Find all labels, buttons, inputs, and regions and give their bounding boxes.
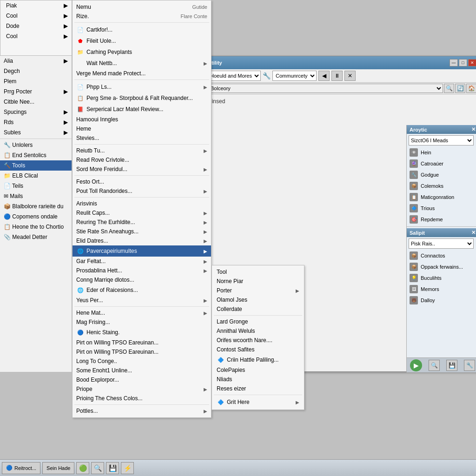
menu-l2-henic[interactable]: 🔵Henic Staing. (73, 327, 211, 338)
taskbar-icon-save[interactable]: 💾 (106, 462, 119, 474)
maximize-button[interactable]: □ (459, 59, 467, 66)
sidebar-blalbolore[interactable]: 📦 Blalbolore rarieite du (0, 201, 72, 212)
menu-l2-pirt[interactable]: Pirt on Willing TPSO Eareuinan... (73, 338, 211, 347)
menu-l1-cool2[interactable]: Cool ▶ (0, 31, 72, 41)
panel1-select[interactable]: SizctO6 l Meads (409, 135, 474, 145)
toolbar-icon[interactable]: 🔧 (263, 72, 271, 79)
menu-l3-grit[interactable]: 🔷 Grit Here ▶ (212, 397, 304, 408)
menu-l3-nliads[interactable]: Nliads (212, 375, 304, 384)
menu-l3-norne[interactable]: Norne Piar (212, 277, 304, 286)
sidebar-heone[interactable]: 📋 Heone the to Chortio (0, 222, 72, 232)
search-button[interactable]: 🔍 (444, 84, 454, 93)
panel2-select[interactable]: Pisk Rais.. (409, 238, 474, 249)
menu-l2-cartkfor[interactable]: 📄Cartkfor!... (73, 24, 211, 35)
search-icon-btn[interactable]: 🔍 (429, 360, 440, 371)
sidebar-end-sent[interactable]: 📋 End Sentolics (0, 150, 72, 160)
panel2-item-conn[interactable]: 📦 Connactos (407, 250, 476, 261)
menu-l2-eder[interactable]: 🌐Eder of Raicesions... (73, 284, 211, 296)
save-icon-btn[interactable]: 💾 (446, 360, 457, 371)
menu-l1-dode[interactable]: Dode ▶ (0, 21, 72, 31)
taskbar-icon-tool[interactable]: ⚡ (121, 462, 134, 474)
taskbar-btn-reitroct[interactable]: 🔵 Reitroct... (2, 462, 40, 474)
sidebar-tools[interactable]: 🔨 Tools (0, 160, 72, 171)
menu-l2-bood[interactable]: Bood Explorpor... (73, 375, 211, 384)
menu-l3-criin[interactable]: 🔷 Criin Hattle Paliling... (212, 354, 304, 365)
menu-l2-wait[interactable]: Wait Nettb... ▶ (73, 58, 211, 69)
sidebar-rds[interactable]: Rds▶ (0, 117, 72, 127)
menu-l2-prioing[interactable]: Prioing The Chess Colos... (73, 394, 211, 403)
home-button[interactable]: 🏠 (466, 84, 476, 93)
panel2-item-mem[interactable]: 🖼 Memors (407, 284, 476, 295)
menu-l2-festo[interactable]: Festo Ort... (73, 177, 211, 186)
menu-l2-some[interactable]: Some Enoht1 Unline... (73, 366, 211, 375)
green-button[interactable]: ▶ (410, 359, 422, 371)
menu-l2-long[interactable]: Long To Conge.. (73, 357, 211, 366)
menu-l2-phpp[interactable]: 📄Phpp Ls... ▶ (73, 81, 211, 93)
menu-l2-perg[interactable]: 📋Perg Sme a- Storpboul & Falt Requander.… (73, 93, 211, 104)
panel2-close[interactable]: ✕ (471, 230, 476, 236)
taskbar-icon-search[interactable]: 🔍 (91, 462, 104, 474)
menu-l3-porter[interactable]: Porter ▶ (212, 286, 304, 295)
back-button[interactable]: ◀ (318, 71, 330, 81)
menu-l3-cole-papies[interactable]: ColePapies (212, 365, 304, 375)
menu-l2-conng[interactable]: Conng Marriqe dlotos... (73, 275, 211, 284)
menu-l2-hamooui[interactable]: Hamooui Inngles (73, 115, 211, 124)
menu-l2-rize[interactable]: Rize. Flare Conte (73, 12, 211, 21)
menu-l3-reses[interactable]: Reses eizer (212, 384, 304, 393)
sidebar-copomens[interactable]: 🔵 Copomens ondale (0, 212, 72, 222)
tool-icon-btn[interactable]: 🔧 (464, 360, 475, 371)
panel1-item-catr[interactable]: 🔮 Catroaúer (407, 158, 476, 169)
menu-l3-coller[interactable]: Collerdate (212, 304, 304, 314)
minimize-button[interactable]: — (450, 59, 458, 66)
sidebar-citble[interactable]: Citble Nee... (0, 97, 72, 107)
menu-l2-fileit[interactable]: ⬟Fileit Uole... (73, 35, 211, 46)
close-button[interactable]: ✕ (468, 59, 476, 66)
search-select[interactable]: Bolceory (207, 84, 443, 93)
sidebar-meadel[interactable]: 📎 Meadel Detter (0, 232, 72, 242)
menu-l2-reulit[interactable]: Reulit Caps... ▶ (73, 208, 211, 218)
panel2-item-buc[interactable]: 💡 Buculihts (407, 272, 476, 284)
menu-l2-lock-tod[interactable]: Pirt on Willing TPSO Eareuinan... (73, 347, 211, 357)
pause-button[interactable]: ⏸ (331, 71, 343, 81)
menu-l2-reiutb[interactable]: Reiutb Tu... ▶ (73, 146, 211, 155)
menu-l2-stevies[interactable]: Stevies... (73, 133, 211, 143)
menu-l2-yeus[interactable]: Yeus Per... ▶ (73, 296, 211, 305)
menu-l3-tool[interactable]: Tool (212, 267, 304, 277)
menu-l2-read[interactable]: Read Rove Crivtole... (73, 155, 211, 165)
menu-l2-nemu[interactable]: Nemu Gutide (73, 2, 211, 12)
menu-l2-gar[interactable]: Gar Feltat... ▶ (73, 257, 211, 266)
menu-l3-contost[interactable]: Contost Safites (212, 345, 304, 354)
sidebar-prrg[interactable]: Prrg Pocter▶ (0, 86, 72, 97)
sidebar-degch[interactable]: Degch (0, 66, 72, 76)
panel1-item-matic[interactable]: 📋 Maticgonration (407, 192, 476, 203)
sidebar-plem[interactable]: Plem (0, 76, 72, 86)
menu-l2-prosd[interactable]: Prosdablina Hett... ▶ (73, 266, 211, 275)
menu-l3-annithal[interactable]: Annithal Weluls (212, 326, 304, 336)
menu-l1-piak[interactable]: Piak ▶ (0, 0, 72, 11)
taskbar-btn-sein[interactable]: Sein Hade (42, 462, 74, 474)
panel1-item-hein[interactable]: 👁 Hein (407, 147, 476, 158)
toolbar-select[interactable]: Hoeuld and Mores (207, 71, 261, 81)
panel2-item-oppack[interactable]: 📦 Oppack ferwains... (407, 261, 476, 272)
panel2-item-dal[interactable]: 🐻 Dalloy (407, 295, 476, 306)
menu-l2-pout[interactable]: Pout Toll Randorides... ▶ (73, 186, 211, 196)
menu-l2-verge[interactable]: Verge Mend made Protect... (73, 69, 211, 78)
menu-l2-mag[interactable]: Mag Frising... (73, 317, 211, 327)
refresh-button[interactable]: 🔄 (455, 84, 465, 93)
sidebar-subles[interactable]: Subles▶ (0, 127, 72, 138)
menu-l2-arisvinis[interactable]: Arisvinis (73, 199, 211, 208)
close-nav-button[interactable]: ✕ (344, 71, 356, 81)
panel1-item-godgue[interactable]: 🔧 Godgue (407, 169, 476, 180)
menu-l2-reuring[interactable]: Reuring The Eurhldite... ▶ (73, 218, 211, 227)
menu-l3-orifes[interactable]: Orifes wcoorth Nare.... (212, 336, 304, 345)
menu-l2-priope[interactable]: Priope ▶ (73, 384, 211, 394)
menu-l2-paver[interactable]: 🌐Pavercapeiriumultes ▶ (73, 245, 211, 257)
menu-l2-pottles[interactable]: Pottles... ▶ (73, 406, 211, 416)
panel1-item-trious[interactable]: 🔷 Trious (407, 203, 476, 214)
sidebar-elb[interactable]: 📁 ELB Clical (0, 171, 72, 181)
menu-l2-heme[interactable]: Heme (73, 124, 211, 133)
menu-l2-carhing[interactable]: 📁Carhing Pevplants (73, 46, 211, 58)
sidebar-mails[interactable]: ✉ Mails (0, 191, 72, 201)
menu-l2-serp[interactable]: 📕Serperical Lacr Matel Review... (73, 104, 211, 115)
panel1-close[interactable]: ✕ (471, 126, 476, 132)
